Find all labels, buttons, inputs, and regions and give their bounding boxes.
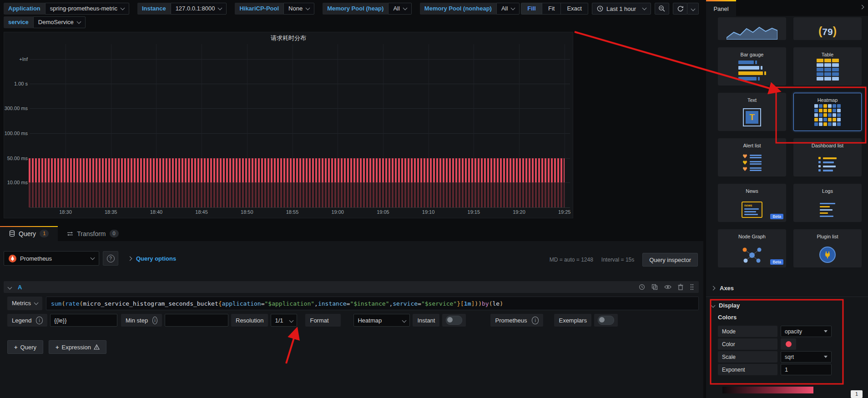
promql-token: by xyxy=(482,300,489,307)
query-row-header[interactable]: A xyxy=(4,281,699,293)
variable-value-dropdown[interactable]: All xyxy=(388,3,411,15)
stat-sparkline-icon xyxy=(727,26,777,40)
display-row-color: Color xyxy=(718,338,832,350)
query-options-toggle[interactable]: Query options xyxy=(128,255,176,262)
variable-value-dropdown[interactable]: All xyxy=(496,3,520,15)
promql-token: )) xyxy=(474,300,482,307)
refresh-button[interactable] xyxy=(673,3,687,15)
viz-tile-gauge[interactable]: (79) xyxy=(793,17,862,40)
chevron-down-icon xyxy=(306,6,310,10)
visualization-picker-grid: (79)Bar gaugeTableTextTHeatmapAlert list… xyxy=(718,17,862,267)
pane-size-fill-button[interactable]: Fill xyxy=(521,3,542,14)
zoom-out-button[interactable] xyxy=(655,3,669,15)
copy-icon[interactable] xyxy=(651,284,658,290)
promql-token: , xyxy=(389,300,393,307)
metrics-mode-dropdown[interactable]: Metrics xyxy=(7,297,42,310)
drag-handle-icon[interactable] xyxy=(690,283,694,291)
viz-tile-icon-wrap xyxy=(718,18,786,40)
variable-value-dropdown[interactable]: 127.0.0.1:8000 xyxy=(171,3,227,15)
promql-token: application xyxy=(222,300,261,307)
prometheus-type-label: Prometheus i xyxy=(490,314,543,327)
viz-tile-bar-gauge[interactable]: Bar gauge xyxy=(718,47,786,86)
query-inspector-button[interactable]: Query inspector xyxy=(642,253,698,267)
viz-tile-alert-list[interactable]: Alert list♥♥♥ xyxy=(718,138,786,176)
exponent-input[interactable] xyxy=(781,364,832,375)
viz-tile-label: Heatmap xyxy=(818,97,838,103)
x-axis-tick-label: 18:40 xyxy=(145,209,167,215)
viz-tile-dashboard-list[interactable]: Dashboard list xyxy=(793,138,862,176)
pane-size-exact-button[interactable]: Exact xyxy=(560,3,588,14)
tab-query[interactable]: Query1 xyxy=(0,226,58,241)
variable-value-dropdown[interactable]: None xyxy=(283,3,314,15)
viz-tile-text[interactable]: TextT xyxy=(718,93,786,131)
y-axis-tick-label: 300.00 ms xyxy=(4,106,28,111)
format-select[interactable]: Heatmap xyxy=(353,314,410,327)
viz-tile-icon-wrap xyxy=(718,57,786,85)
variable-instance: Instance127.0.0.1:8000 xyxy=(137,3,227,15)
viz-tile-table[interactable]: Table xyxy=(793,47,862,86)
axes-section-label: Axes xyxy=(720,285,734,292)
pane-size-fit-button[interactable]: Fit xyxy=(542,3,560,14)
resolution-select[interactable]: 1/1 xyxy=(271,314,297,327)
display-options-rows: ModeopacityColorScalesqrtExponent xyxy=(718,326,832,375)
promql-token: le xyxy=(492,300,500,307)
viz-tile-stat-sparkline[interactable] xyxy=(718,17,786,40)
viz-tile-icon-wrap: T xyxy=(718,103,786,131)
eye-icon[interactable] xyxy=(664,284,671,290)
viz-tile-heatmap[interactable]: Heatmap xyxy=(793,93,862,131)
viz-tile-icon-wrap: ♥♥♥ xyxy=(718,148,786,176)
instant-toggle[interactable] xyxy=(446,316,462,325)
min-step-input[interactable] xyxy=(165,314,228,327)
datasource-help-button[interactable]: ? xyxy=(103,251,118,266)
chevron-down-icon xyxy=(8,285,12,289)
viz-tile-label: Dashboard list xyxy=(812,143,843,148)
history-icon[interactable] xyxy=(639,284,645,290)
promql-token: ] xyxy=(471,300,475,307)
datasource-picker[interactable]: Prometheus xyxy=(4,251,99,266)
sidebar-collapse-icon[interactable] xyxy=(860,5,864,10)
promql-expression-input[interactable]: sum(rate(micro_service_histogram_seconds… xyxy=(46,297,699,310)
chevron-down-icon xyxy=(91,256,95,260)
viz-tile-icon-wrap xyxy=(794,194,861,222)
y-axis-tick-label: 1.00 s xyxy=(4,81,28,86)
tab-transform[interactable]: Transform0 xyxy=(58,226,127,241)
heatmap-plot-area[interactable]: +Inf1.00 s300.00 ms100.00 ms50.00 ms10.0… xyxy=(4,44,573,218)
x-axis-tick-label: 19:25 xyxy=(554,209,575,215)
variable-label: Instance xyxy=(137,3,171,15)
metrics-label: Metrics xyxy=(12,297,31,310)
query-options-row: Legend i Min step i Resolution 1/1 Form xyxy=(7,314,699,327)
clock-icon xyxy=(597,5,603,12)
viz-tile-label: Bar gauge xyxy=(741,52,764,57)
trash-icon[interactable] xyxy=(678,284,683,290)
exemplars-toggle[interactable] xyxy=(598,316,614,325)
promql-token: = xyxy=(261,300,265,307)
promql-token: = xyxy=(418,300,421,307)
mode-select[interactable]: opacity xyxy=(781,326,832,337)
dashboard-list-icon xyxy=(818,157,837,176)
query-stats-area: MD = auto = 1248 Interval = 15s Query in… xyxy=(550,253,698,267)
tab-panel[interactable]: Panel xyxy=(706,0,736,16)
viz-tile-plugin-list[interactable]: Plugin list xyxy=(793,229,862,267)
table-icon xyxy=(817,59,839,85)
add-query-button[interactable]: + Query xyxy=(7,340,43,354)
variable-value-dropdown[interactable]: DemoService xyxy=(33,16,86,28)
promql-token: rate xyxy=(65,300,79,307)
grafana-panel-edit-screen: Applicationspring-prometheus-metricInsta… xyxy=(0,0,868,398)
variable-value-dropdown[interactable]: spring-prometheus-metric xyxy=(45,3,129,15)
viz-tile-logs[interactable]: Logs xyxy=(793,184,862,222)
viz-tile-label: Table xyxy=(822,52,833,57)
promql-token: "$service" xyxy=(421,300,457,307)
add-expression-button[interactable]: + Expression xyxy=(49,340,106,354)
section-display[interactable]: Display xyxy=(712,302,740,309)
section-axes[interactable]: Axes xyxy=(712,285,734,292)
viz-tile-icon-wrap xyxy=(794,103,861,131)
time-range-picker[interactable]: Last 1 hour xyxy=(592,3,651,15)
scale-select[interactable]: sqrt xyxy=(781,351,832,363)
viz-tile-icon-wrap xyxy=(794,239,861,267)
color-swatch-button[interactable] xyxy=(781,338,796,350)
viz-tile-node-graph[interactable]: Node GraphBeta xyxy=(718,229,786,267)
viz-tile-news[interactable]: NewsnewsBeta xyxy=(718,184,786,222)
legend-input[interactable] xyxy=(50,314,117,327)
refresh-interval-dropdown[interactable] xyxy=(687,3,699,15)
tab-label: Query xyxy=(19,230,36,237)
